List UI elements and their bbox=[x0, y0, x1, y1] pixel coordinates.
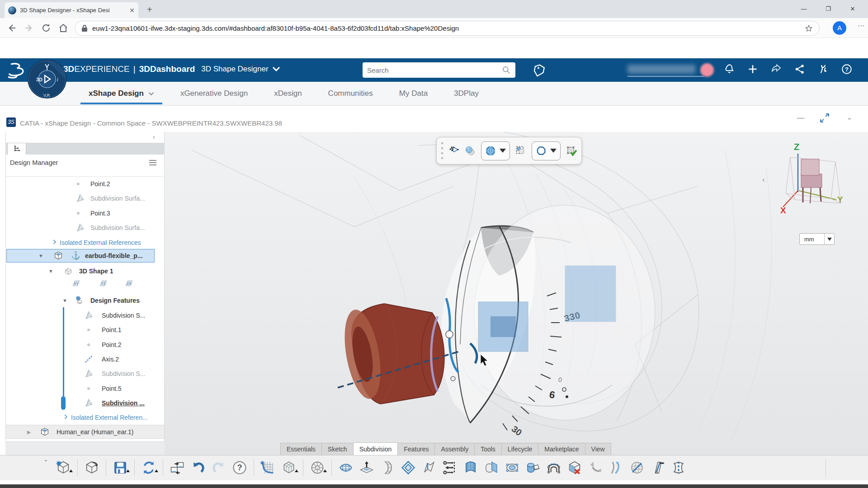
help-icon[interactable]: ? bbox=[841, 63, 853, 75]
global-search[interactable] bbox=[363, 62, 515, 78]
inset-frame-button[interactable] bbox=[399, 458, 417, 478]
new-content-button[interactable] bbox=[54, 458, 72, 478]
caret-down-icon[interactable]: ▼ bbox=[62, 298, 67, 303]
sphere-mode-dropdown[interactable] bbox=[481, 141, 510, 160]
expand-icon[interactable] bbox=[51, 239, 58, 245]
catia-minimize-button[interactable]: — bbox=[795, 114, 807, 122]
delete-face-button[interactable] bbox=[566, 458, 584, 478]
browser-menu-icon[interactable]: ⋮ bbox=[857, 23, 865, 29]
tag-icon[interactable] bbox=[532, 64, 545, 77]
caret-down-icon[interactable]: ▼ bbox=[48, 268, 53, 274]
current-app-name[interactable]: 3D Shape Designer bbox=[201, 65, 268, 74]
workbench-tab-essentials[interactable]: Essentials bbox=[280, 443, 322, 455]
swym-icon[interactable] bbox=[817, 63, 829, 75]
swap-references-button[interactable] bbox=[168, 458, 186, 478]
bell-icon[interactable] bbox=[723, 63, 735, 75]
subdivision-surface-icon[interactable] bbox=[448, 145, 459, 156]
revolve-cylinder-button[interactable] bbox=[524, 458, 542, 478]
new-tab-button[interactable]: + bbox=[147, 5, 152, 15]
nurbs-grid-button[interactable] bbox=[259, 458, 277, 478]
network-icon[interactable] bbox=[794, 63, 806, 75]
url-text[interactable]: euw1-23qna10601-ifwe.3dx-staging.3ds.com… bbox=[92, 24, 800, 32]
user-avatar[interactable] bbox=[700, 63, 714, 77]
tree-row-human-ear-human-ear-1[interactable]: ▶Human_ear (Human_ear.1) bbox=[5, 425, 165, 439]
curve-blend-button[interactable] bbox=[607, 458, 625, 478]
weld-tube-button[interactable] bbox=[503, 458, 521, 478]
plane-xy-icon[interactable]: XY bbox=[70, 277, 82, 289]
tree-row-isolated-external-referen[interactable]: Isolated External Referen... bbox=[5, 411, 165, 424]
tree-row-point-5[interactable]: Point.5 bbox=[5, 382, 165, 395]
workbench-tab-lifecycle[interactable]: Lifecycle bbox=[501, 443, 538, 455]
nav-tab-xdesign[interactable]: xDesign bbox=[274, 82, 302, 105]
app-switcher-caret-icon[interactable] bbox=[272, 66, 280, 72]
tree-row-subdivision-s[interactable]: Subdivision S... bbox=[5, 309, 165, 322]
bend-sheet-button[interactable] bbox=[378, 458, 396, 478]
tree-row-earbud-flexible-p[interactable]: ▼⚓earbud-flexible_p... bbox=[5, 249, 165, 263]
caret-down-icon[interactable]: ▼ bbox=[38, 253, 43, 258]
window-minimize-button[interactable]: — bbox=[799, 5, 808, 14]
undo-button[interactable] bbox=[189, 458, 207, 478]
tree-row-3d-shape-1[interactable]: ▼3D Shape 1 bbox=[5, 264, 165, 278]
ok-button[interactable] bbox=[566, 145, 577, 156]
tab-close-icon[interactable]: ✕ bbox=[129, 7, 135, 14]
tree-row-subdivision-s[interactable]: Subdivision S... bbox=[5, 367, 165, 380]
plus-icon[interactable] bbox=[747, 63, 759, 75]
spheres-icon[interactable] bbox=[465, 145, 476, 156]
view-triad[interactable]: Z Y X bbox=[773, 136, 859, 226]
reload-button[interactable] bbox=[41, 23, 52, 33]
search-input[interactable] bbox=[367, 66, 502, 74]
tree-row-isolated-external-references[interactable]: Isolated External References bbox=[5, 236, 165, 249]
workbench-tab-view[interactable]: View bbox=[585, 443, 611, 455]
align-distribute-button[interactable] bbox=[441, 458, 459, 478]
subdivision-box-button[interactable] bbox=[280, 458, 298, 478]
tree-row-design-features[interactable]: ▼Design Features bbox=[5, 294, 165, 307]
back-button[interactable] bbox=[6, 23, 17, 33]
subdivision-sphere-button[interactable] bbox=[308, 458, 326, 478]
window-close-button[interactable]: ✕ bbox=[848, 5, 857, 14]
unit-dropdown[interactable]: mm bbox=[799, 233, 835, 245]
toolbar-collapse-chevron[interactable]: ⌄ bbox=[43, 456, 48, 463]
browser-profile-avatar[interactable]: A bbox=[833, 21, 846, 35]
workbench-tab-sketch[interactable]: Sketch bbox=[321, 443, 354, 455]
workbench-tab-subdivision[interactable]: Subdivision bbox=[353, 442, 398, 455]
caret-right-icon[interactable]: ▶ bbox=[27, 429, 31, 435]
nav-tab-my-data[interactable]: My Data bbox=[399, 82, 428, 105]
home-button[interactable] bbox=[58, 23, 69, 33]
tree-row-point-3[interactable]: Point.3 bbox=[5, 206, 165, 220]
save-button[interactable] bbox=[111, 458, 129, 478]
expand-icon[interactable] bbox=[62, 413, 69, 420]
search-icon[interactable] bbox=[502, 66, 511, 75]
nav-tab-3dplay[interactable]: 3DPlay bbox=[454, 82, 479, 105]
mesh-surface-button[interactable] bbox=[337, 458, 355, 478]
tree-row-axis-2[interactable]: Axis.2 bbox=[5, 352, 165, 366]
nav-tab-xshape-design[interactable]: xShape Design bbox=[89, 82, 154, 105]
trim-surface-button[interactable] bbox=[649, 458, 667, 478]
plane-yz-icon[interactable]: YZ bbox=[97, 277, 109, 289]
plane-zx-icon[interactable]: ZX bbox=[123, 277, 135, 289]
open-content-button[interactable] bbox=[83, 458, 101, 478]
nav-tab-xgenerative-design[interactable]: xGenerative Design bbox=[180, 82, 248, 105]
bookmark-star-icon[interactable] bbox=[805, 24, 813, 33]
user-name-blurred[interactable] bbox=[627, 65, 695, 74]
crease-edge-button[interactable] bbox=[420, 458, 438, 478]
tree-row-point-2[interactable]: Point.2 bbox=[5, 338, 165, 352]
share-icon[interactable] bbox=[770, 63, 782, 75]
panel-collapse-chevron[interactable]: ‹ bbox=[762, 175, 765, 184]
extrude-face-button[interactable] bbox=[358, 458, 376, 478]
redo-button[interactable] bbox=[210, 458, 228, 478]
drag-handle[interactable] bbox=[441, 142, 443, 160]
window-maximize-button[interactable]: ❐ bbox=[824, 5, 833, 14]
tree-row-subdivision-surfa[interactable]: Subdivision Surfa... bbox=[5, 192, 165, 205]
unfold-surface-button[interactable] bbox=[586, 458, 604, 478]
bridge-faces-button[interactable] bbox=[545, 458, 563, 478]
address-bar[interactable]: euw1-23qna10601-ifwe.3dx-staging.3ds.com… bbox=[75, 21, 820, 36]
workbench-tab-assembly[interactable]: Assembly bbox=[434, 443, 475, 455]
deform-sphere-button[interactable] bbox=[628, 458, 646, 478]
workbench-tab-marketplace[interactable]: Marketplace bbox=[538, 443, 585, 455]
tree-row-point-1[interactable]: Point.1 bbox=[5, 323, 165, 337]
symmetry-button[interactable] bbox=[670, 458, 688, 478]
forward-button[interactable] bbox=[24, 23, 34, 33]
workbench-tab-features[interactable]: Features bbox=[397, 443, 435, 455]
catia-collapse-button[interactable]: ⌄ bbox=[844, 113, 855, 122]
tree-row-subdivision[interactable]: Subdivision ... bbox=[5, 396, 165, 410]
